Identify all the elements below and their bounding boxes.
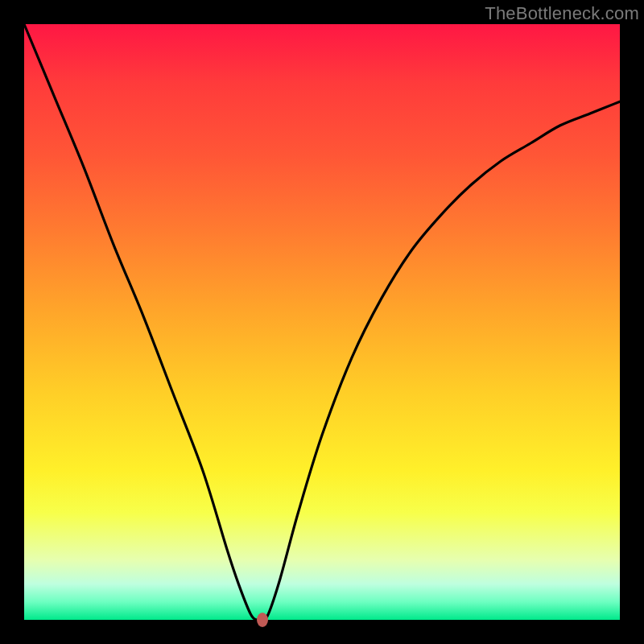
- chart-frame: TheBottleneck.com: [0, 0, 644, 644]
- plot-area: [24, 24, 620, 620]
- minimum-marker: [257, 613, 268, 627]
- watermark-text: TheBottleneck.com: [485, 3, 639, 24]
- bottleneck-curve: [24, 24, 620, 620]
